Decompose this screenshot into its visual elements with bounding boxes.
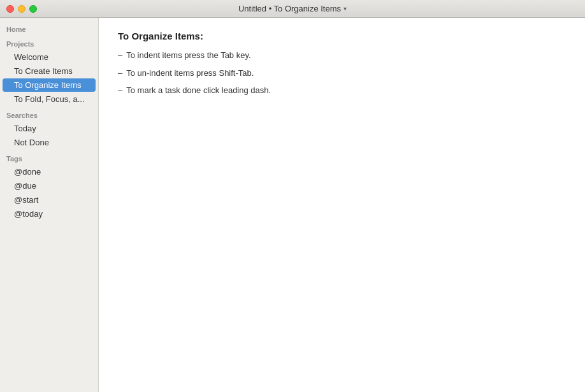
projects-header: Projects — [0, 35, 98, 50]
list-item: – To un-indent items press Shift-Tab. — [118, 67, 566, 80]
sidebar: Home Projects Welcome To Create Items To… — [0, 18, 99, 392]
close-button[interactable] — [6, 5, 14, 13]
sidebar-item-not-done[interactable]: Not Done — [3, 136, 96, 149]
traffic-lights — [6, 5, 37, 13]
item-text: To un-indent items press Shift-Tab. — [126, 67, 254, 80]
tags-header: Tags — [0, 150, 98, 164]
list-item: – To mark a task done click leading dash… — [118, 84, 566, 97]
document-title: To Organize Items: — [118, 31, 566, 41]
sidebar-item-to-organize-items[interactable]: To Organize Items — [3, 78, 96, 92]
sidebar-item-tag-start[interactable]: @start — [3, 193, 96, 207]
home-label: Home — [0, 20, 98, 35]
dash-icon: – — [118, 84, 122, 97]
list-item: – To indent items press the Tab key. — [118, 49, 566, 62]
titlebar: Untitled • To Organize Items ▾ — [0, 0, 585, 18]
sidebar-item-welcome[interactable]: Welcome — [3, 50, 96, 64]
sidebar-item-tag-due[interactable]: @due — [3, 179, 96, 192]
dash-icon: – — [118, 49, 122, 62]
sidebar-item-today[interactable]: Today — [3, 122, 96, 135]
dash-icon: – — [118, 67, 122, 80]
main-container: Home Projects Welcome To Create Items To… — [0, 18, 585, 392]
sidebar-item-tag-done[interactable]: @done — [3, 165, 96, 178]
item-text: To indent items press the Tab key. — [126, 49, 250, 62]
sidebar-item-to-create-items[interactable]: To Create Items — [3, 64, 96, 78]
maximize-button[interactable] — [29, 5, 37, 13]
sidebar-item-to-fold-focus[interactable]: To Fold, Focus, a... — [3, 92, 96, 106]
searches-header: Searches — [0, 106, 98, 121]
title-dropdown-arrow[interactable]: ▾ — [343, 5, 347, 12]
item-text: To mark a task done click leading dash. — [126, 84, 271, 97]
content-area: To Organize Items: – To indent items pre… — [99, 18, 585, 392]
title-text: Untitled • To Organize Items — [238, 4, 341, 13]
minimize-button[interactable] — [18, 5, 25, 13]
window-title: Untitled • To Organize Items ▾ — [238, 4, 347, 13]
sidebar-item-tag-today[interactable]: @today — [3, 207, 96, 221]
